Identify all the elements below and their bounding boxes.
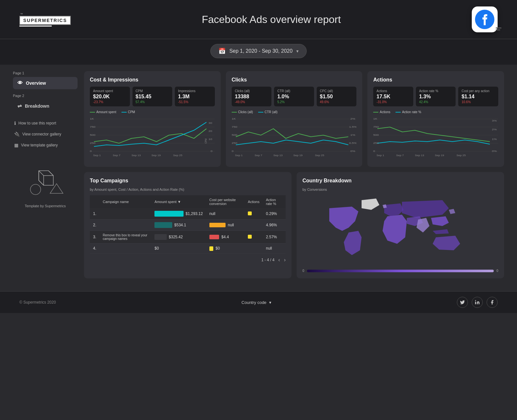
svg-point-8 (30, 184, 41, 195)
svg-text:Sep 19: Sep 19 (293, 154, 302, 157)
row-campaign-name: Remove this box to reveal your campaign … (100, 231, 151, 243)
next-page-button[interactable]: › (284, 257, 286, 263)
row-actions (245, 208, 263, 220)
footer: © Supermetrics 2020 Country code ▾ (0, 291, 517, 313)
ctr-label: CTR (all) (277, 89, 311, 93)
top-campaigns-card: Top Campaigns by Amount spent, Cost / Ac… (84, 172, 291, 278)
table-pagination: 1 - 4 / 4 ‹ › (90, 257, 286, 263)
connector-icon: 🔌 (14, 132, 20, 137)
svg-text:Sep 1: Sep 1 (93, 154, 101, 157)
template-label: Template by Supermetrics (25, 204, 66, 208)
social-links (457, 297, 498, 308)
country-code-chevron: ▾ (269, 300, 271, 305)
logo-area: ™ SUPERMETRICS (19, 13, 71, 27)
actions-count-metric: Actions 17.5K -31.0% (373, 87, 413, 106)
linkedin-icon (475, 300, 480, 305)
col-num (90, 195, 100, 208)
svg-text:750: 750 (373, 125, 379, 128)
svg-text:250: 250 (90, 142, 95, 145)
map-gradient (307, 270, 494, 272)
table-row: 3. Remove this box to reveal your campai… (90, 231, 286, 243)
row-cost: $4.4 (206, 231, 245, 243)
table-row: 1. $1,293.12 null 0.2 (90, 208, 286, 220)
svg-text:0%: 0% (492, 150, 497, 153)
col-action-rate: Action rate % (263, 195, 286, 208)
cost-impressions-chart: 0 250 500 750 1K 0 10 20 30 Sep 1 Sep 7 … (90, 116, 215, 161)
calendar-icon: 📅 (218, 48, 226, 55)
facebook-link[interactable] (487, 297, 498, 308)
prev-page-button[interactable]: ‹ (278, 257, 280, 263)
header: ™ SUPERMETRICS Facebook Ads overview rep… (0, 0, 517, 39)
col-campaign-name: Campaign name (100, 195, 151, 208)
svg-text:1%: 1% (350, 134, 355, 136)
svg-text:Sep 25: Sep 25 (173, 154, 183, 157)
facebook-icon (475, 10, 494, 29)
actions-change: -31.0% (376, 100, 410, 104)
svg-text:Sep 19: Sep 19 (435, 154, 444, 157)
svg-text:20: 20 (208, 130, 212, 133)
svg-text:Sep 25: Sep 25 (315, 154, 324, 157)
logo-underline (19, 26, 52, 27)
country-code-label: Country code (241, 300, 266, 305)
row-amount: $534.1 (151, 220, 206, 231)
svg-line-3 (39, 180, 44, 185)
row-actions (245, 220, 263, 231)
svg-text:2%: 2% (492, 128, 497, 131)
clicks-chart: 0 250 500 750 1K 0% 0.5% 1% 1.5% 2% Sep … (232, 116, 357, 161)
actions-value: 17.5K (376, 94, 410, 100)
svg-text:0: 0 (373, 150, 375, 153)
row-num: 2. (90, 220, 100, 231)
svg-text:750: 750 (232, 125, 237, 128)
cpc-change: 49.6% (320, 100, 353, 104)
facebook-logo (472, 6, 498, 32)
impressions-metric: Impressions 1.3M -51.5% (175, 87, 215, 106)
template-icon: ▦ (14, 143, 18, 148)
row-actions (245, 231, 263, 243)
linkedin-link[interactable] (472, 297, 483, 308)
campaigns-title: Top Campaigns (90, 178, 286, 184)
sidebar: Page 1 👁 Overview Page 2 ⇌ Breakdown ℹ H… (13, 71, 78, 278)
date-range-value: Sep 1, 2020 - Sep 30, 2020 (229, 48, 293, 54)
action-rate-value: 1.3% (419, 94, 453, 100)
sidebar-item-overview[interactable]: 👁 Overview (13, 77, 78, 89)
svg-text:Sep 13: Sep 13 (415, 154, 424, 157)
template-gallery-label: View template gallery (21, 143, 58, 147)
svg-text:250: 250 (373, 142, 379, 145)
connector-gallery-link[interactable]: 🔌 View connector gallery (13, 130, 78, 139)
info-icon: ℹ (14, 121, 16, 126)
country-code-selector[interactable]: Country code ▾ (241, 300, 271, 305)
sidebar-item-breakdown[interactable]: ⇌ Breakdown (13, 100, 78, 112)
page-title: Facebook Ads overview report (71, 14, 472, 26)
how-to-link[interactable]: ℹ How to use this report (13, 119, 78, 128)
content-area: Cost & Impressions Amount spent $20.0K -… (84, 71, 504, 278)
template-graphic (26, 163, 65, 201)
impressions-change: -51.5% (178, 100, 212, 104)
row-campaign-name (100, 208, 151, 220)
logo-text: SUPERMETRICS (19, 16, 71, 25)
row-action-rate: 4.96% (263, 220, 286, 231)
svg-text:Sep 7: Sep 7 (396, 154, 404, 157)
svg-text:0%: 0% (350, 150, 355, 153)
eye-icon: 👁 (17, 80, 23, 86)
table-row: 4. $0 $0 null (90, 243, 286, 254)
clicks-all-value: 13388 (235, 94, 269, 100)
date-picker[interactable]: 📅 Sep 1, 2020 - Sep 30, 2020 ▾ (210, 44, 307, 58)
campaigns-subtitle: by Amount spent, Cost / Action, Actions … (90, 188, 286, 191)
twitter-link[interactable] (457, 297, 468, 308)
map-scale-max: 0 (496, 269, 498, 273)
shapes-illustration (26, 164, 65, 200)
impressions-label: Impressions (178, 89, 212, 93)
clicks-all-metric: Clicks (all) 13388 -49.0% (232, 87, 272, 106)
map-scale: 0 0 (302, 269, 498, 273)
page2-label: Page 2 (13, 94, 78, 98)
cost-per-action-label: Cost per any action (461, 89, 495, 93)
template-gallery-link[interactable]: ▦ View template gallery (13, 141, 78, 150)
cpc-metric: CPC (all) $1.50 49.6% (317, 87, 357, 106)
country-breakdown-title: Country Breakdown (302, 178, 498, 184)
actions-chart-legend: Actions Action rate % (373, 110, 498, 114)
svg-text:1K: 1K (373, 117, 378, 120)
cpc-label: CPC (all) (320, 89, 353, 93)
row-campaign-name (100, 220, 151, 231)
chevron-down-icon: ▾ (296, 48, 299, 54)
row-amount: $0 (151, 243, 206, 254)
